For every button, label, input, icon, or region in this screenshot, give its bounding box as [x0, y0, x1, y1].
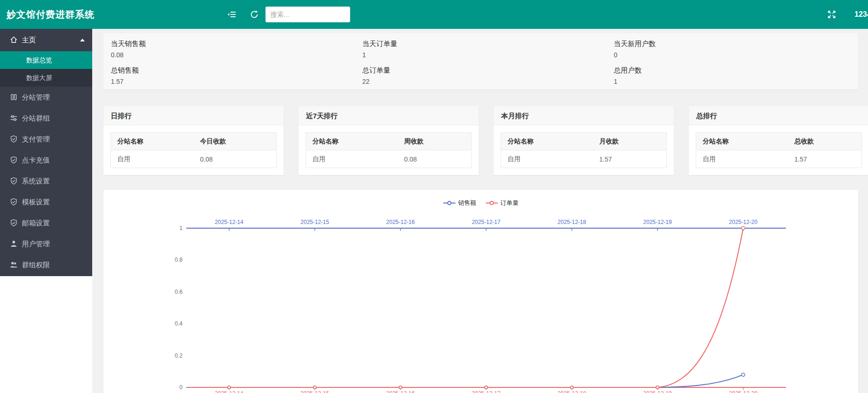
table-cell: 1.57	[788, 150, 862, 168]
svg-text:2025-12-19: 2025-12-19	[643, 390, 672, 393]
svg-text:2025-12-16: 2025-12-16	[386, 219, 415, 225]
table-row: 自用0.08	[111, 150, 277, 168]
table-cell: 自用	[696, 150, 788, 168]
shield-check-icon	[10, 156, 18, 164]
ranking-card-title: 总排行	[689, 106, 868, 125]
sidebar-item-8[interactable]: 邮箱设置	[0, 212, 92, 233]
chart-legend: 销售额订单量	[103, 199, 858, 207]
fullscreen-icon[interactable]	[827, 10, 836, 19]
legend-marker-icon	[486, 201, 498, 205]
stat-value: 0	[614, 50, 858, 61]
stat-label: 当天新用户数	[614, 38, 858, 50]
search-input[interactable]	[265, 7, 350, 22]
ranking-card: 本月排行分站名称月收款自用1.57	[494, 106, 674, 175]
sidebar-item-label: 用户管理	[22, 240, 50, 248]
main-content: 当天销售额0.08总销售额1.57当天订单量1总订单量22当天新用户数0总用户数…	[92, 29, 868, 393]
stat-label: 总用户数	[614, 64, 858, 76]
sidebar-subitem[interactable]: 数据总览	[0, 51, 92, 69]
legend-label: 销售额	[458, 199, 476, 207]
ranking-card: 总排行分站名称总收款自用1.57	[689, 106, 868, 175]
table-cell: 自用	[501, 150, 593, 168]
stat-column: 当天订单量1总订单量22	[355, 38, 606, 89]
svg-text:2025-12-16: 2025-12-16	[386, 390, 415, 393]
svg-text:2025-12-17: 2025-12-17	[472, 390, 501, 393]
stat-value: 1	[362, 50, 606, 61]
svg-text:2025-12-15: 2025-12-15	[300, 219, 329, 225]
svg-text:2025-12-15: 2025-12-15	[300, 390, 329, 393]
ranking-row: 日排行分站名称今日收款自用0.08近7天排行分站名称周收款自用0.08本月排行分…	[103, 106, 868, 175]
legend-item[interactable]: 销售额	[443, 199, 476, 207]
table-header: 今日收款	[194, 133, 277, 150]
columns-icon	[10, 93, 18, 101]
refresh-icon[interactable]	[250, 10, 259, 19]
caret-up-icon	[80, 39, 85, 41]
sidebar-item-5[interactable]: 点卡充值	[0, 149, 92, 170]
topbar: 妙文馆付费进群系统 12345	[0, 0, 868, 29]
stat-column: 当天销售额0.08总销售额1.57	[103, 38, 355, 89]
sidebar-item-6[interactable]: 系统设置	[0, 170, 92, 191]
svg-text:2025-12-14: 2025-12-14	[215, 390, 244, 393]
sidebar-item-label: 邮箱设置	[22, 219, 50, 227]
table-header: 分站名称	[501, 133, 593, 150]
home-icon	[10, 36, 18, 44]
collapse-sidebar-icon[interactable]	[227, 10, 237, 19]
sidebar-item-1[interactable]: 主页	[0, 29, 92, 51]
svg-text:2025-12-14: 2025-12-14	[215, 219, 244, 225]
sidebar-menu: 主页数据总览数据大屏分站管理分站群组支付管理点卡充值系统设置模板设置邮箱设置用户…	[0, 29, 92, 276]
app-title: 妙文馆付费进群系统	[7, 0, 95, 29]
table-header: 分站名称	[111, 133, 194, 150]
stat-label: 当天销售额	[111, 38, 355, 50]
svg-text:0.6: 0.6	[175, 289, 183, 295]
table-row: 自用0.08	[306, 150, 472, 168]
shield-check-icon	[10, 219, 18, 227]
sidebar-item-4[interactable]: 支付管理	[0, 129, 92, 149]
table-row: 自用1.57	[696, 150, 862, 168]
shield-check-icon	[10, 198, 18, 206]
stat-label: 总销售额	[111, 64, 355, 76]
users-icon	[10, 261, 18, 269]
user-icon	[10, 240, 18, 248]
table-cell: 自用	[111, 150, 194, 168]
stat-label: 当天订单量	[362, 38, 606, 50]
ranking-card-title: 日排行	[103, 106, 284, 125]
stat-label: 总订单量	[362, 64, 606, 76]
svg-text:2025-12-18: 2025-12-18	[557, 219, 586, 225]
svg-text:2025-12-20: 2025-12-20	[729, 219, 758, 225]
svg-text:0.8: 0.8	[175, 257, 183, 263]
sidebar-item-label: 模板设置	[22, 198, 50, 206]
legend-item[interactable]: 订单量	[486, 199, 519, 207]
ranking-card: 近7天排行分站名称周收款自用0.08	[298, 106, 479, 175]
ranking-table: 分站名称总收款自用1.57	[696, 132, 862, 168]
username[interactable]: 12345	[854, 0, 868, 29]
ranking-table: 分站名称今日收款自用0.08	[110, 132, 277, 168]
svg-text:2025-12-17: 2025-12-17	[472, 219, 501, 225]
sidebar-item-10[interactable]: 群组权限	[0, 254, 92, 275]
sidebar-item-2[interactable]: 分站管理	[0, 87, 92, 108]
shield-check-icon	[10, 177, 18, 185]
shield-check-icon	[10, 135, 18, 143]
ranking-card-title: 本月排行	[494, 106, 674, 125]
sidebar-item-label: 主页	[22, 36, 36, 44]
sidebar-item-7[interactable]: 模板设置	[0, 191, 92, 212]
table-cell: 0.08	[194, 150, 277, 168]
svg-text:0.2: 0.2	[175, 352, 183, 359]
stat-value: 1	[614, 76, 858, 88]
line-chart: 00.20.40.60.812025-12-142025-12-152025-1…	[103, 190, 858, 393]
stat-value: 0.08	[111, 50, 355, 61]
stat-value: 1.57	[111, 76, 355, 88]
table-header: 分站名称	[306, 133, 398, 150]
sidebar-item-3[interactable]: 分站群组	[0, 108, 92, 129]
svg-text:2025-12-19: 2025-12-19	[643, 219, 672, 225]
sidebar-subitem[interactable]: 数据大屏	[0, 69, 92, 87]
table-cell: 0.08	[398, 150, 472, 168]
table-header: 总收款	[788, 133, 862, 150]
legend-label: 订单量	[501, 199, 519, 207]
sales-orders-chart-card: 销售额订单量 00.20.40.60.812025-12-142025-12-1…	[103, 190, 858, 393]
sidebar-item-9[interactable]: 用户管理	[0, 233, 92, 254]
sidebar-item-label: 系统设置	[22, 177, 50, 185]
ranking-card: 日排行分站名称今日收款自用0.08	[103, 106, 284, 175]
sliders-icon	[10, 114, 18, 122]
sidebar-item-label: 群组权限	[22, 261, 50, 269]
stat-value: 22	[362, 76, 606, 88]
table-cell: 自用	[306, 150, 398, 168]
